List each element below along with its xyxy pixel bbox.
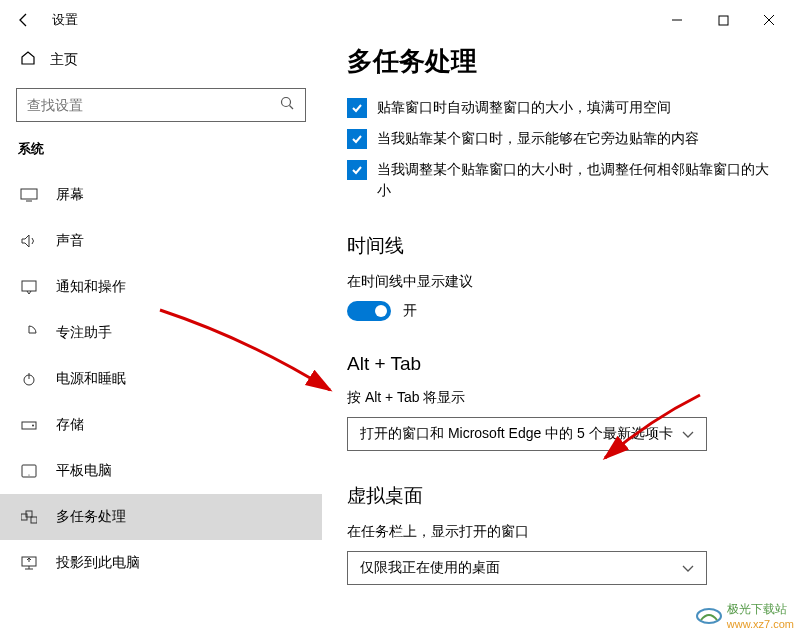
home-icon [20, 50, 36, 70]
sidebar-item-power[interactable]: 电源和睡眠 [0, 356, 322, 402]
select-value: 打开的窗口和 Microsoft Edge 中的 5 个最新选项卡 [360, 425, 673, 443]
sidebar-item-label: 平板电脑 [56, 462, 112, 480]
category-label: 系统 [16, 140, 306, 158]
sidebar-item-label: 声音 [56, 232, 84, 250]
project-icon [20, 556, 38, 570]
multitasking-icon [20, 510, 38, 524]
checkbox-icon [347, 160, 367, 180]
snap-check-1[interactable]: 贴靠窗口时自动调整窗口的大小，填满可用空间 [347, 97, 776, 118]
search-icon [279, 95, 295, 115]
sidebar-item-label: 屏幕 [56, 186, 84, 204]
snap-check-2[interactable]: 当我贴靠某个窗口时，显示能够在它旁边贴靠的内容 [347, 128, 776, 149]
snap-check-3[interactable]: 当我调整某个贴靠窗口的大小时，也调整任何相邻贴靠窗口的大小 [347, 159, 776, 201]
sound-icon [20, 234, 38, 248]
sidebar-item-sound[interactable]: 声音 [0, 218, 322, 264]
sidebar-item-label: 通知和操作 [56, 278, 126, 296]
svg-point-2 [282, 98, 291, 107]
search-field[interactable] [27, 97, 279, 113]
sidebar-item-multitasking[interactable]: 多任务处理 [0, 494, 322, 540]
sidebar-item-label: 投影到此电脑 [56, 554, 140, 572]
timeline-toggle[interactable] [347, 301, 391, 321]
vdesktop-sub: 在任务栏上，显示打开的窗口 [347, 523, 776, 541]
home-link[interactable]: 主页 [16, 40, 306, 80]
watermark-logo [695, 606, 723, 626]
svg-rect-4 [21, 189, 37, 199]
svg-rect-1 [719, 16, 728, 25]
page-title: 多任务处理 [347, 44, 776, 79]
back-button[interactable] [8, 4, 40, 36]
check-label: 当我贴靠某个窗口时，显示能够在它旁边贴靠的内容 [377, 128, 699, 149]
svg-point-12 [28, 474, 29, 475]
sidebar-item-label: 专注助手 [56, 324, 112, 342]
sidebar-item-project[interactable]: 投影到此电脑 [0, 540, 322, 586]
check-label: 当我调整某个贴靠窗口的大小时，也调整任何相邻贴靠窗口的大小 [377, 159, 776, 201]
sidebar-item-notifications[interactable]: 通知和操作 [0, 264, 322, 310]
watermark-text-2: www.xz7.com [727, 618, 794, 630]
sidebar-item-label: 电源和睡眠 [56, 370, 126, 388]
vdesktop-heading: 虚拟桌面 [347, 483, 776, 509]
sidebar-item-tablet[interactable]: 平板电脑 [0, 448, 322, 494]
toggle-state: 开 [403, 302, 417, 320]
window-title: 设置 [52, 11, 78, 29]
sidebar: 主页 系统 屏幕 声音 通知和操作 [0, 40, 322, 632]
checkbox-icon [347, 129, 367, 149]
storage-icon [20, 419, 38, 431]
watermark: 极光下载站 www.xz7.com [695, 601, 794, 630]
vdesktop-select[interactable]: 仅限我正在使用的桌面 [347, 551, 707, 585]
alttab-heading: Alt + Tab [347, 353, 776, 375]
svg-point-10 [32, 425, 34, 427]
alttab-select[interactable]: 打开的窗口和 Microsoft Edge 中的 5 个最新选项卡 [347, 417, 707, 451]
timeline-heading: 时间线 [347, 233, 776, 259]
svg-rect-15 [31, 517, 37, 523]
notification-icon [20, 280, 38, 294]
maximize-button[interactable] [700, 4, 746, 36]
check-label: 贴靠窗口时自动调整窗口的大小，填满可用空间 [377, 97, 671, 118]
display-icon [20, 188, 38, 202]
checkbox-icon [347, 98, 367, 118]
timeline-sub: 在时间线中显示建议 [347, 273, 776, 291]
chevron-down-icon [682, 560, 694, 576]
focus-icon [20, 325, 38, 341]
sidebar-item-label: 存储 [56, 416, 84, 434]
nav-list: 屏幕 声音 通知和操作 专注助手 电源和睡眠 [0, 172, 322, 586]
close-button[interactable] [746, 4, 792, 36]
sidebar-item-focus[interactable]: 专注助手 [0, 310, 322, 356]
alttab-sub: 按 Alt + Tab 将显示 [347, 389, 776, 407]
sidebar-item-label: 多任务处理 [56, 508, 126, 526]
select-value: 仅限我正在使用的桌面 [360, 559, 500, 577]
power-icon [20, 371, 38, 387]
svg-line-3 [290, 106, 294, 110]
watermark-text-1: 极光下载站 [727, 601, 794, 618]
minimize-button[interactable] [654, 4, 700, 36]
home-label: 主页 [50, 51, 78, 69]
main-content: 多任务处理 贴靠窗口时自动调整窗口的大小，填满可用空间 当我贴靠某个窗口时，显示… [322, 40, 800, 632]
svg-rect-6 [22, 281, 36, 291]
sidebar-item-display[interactable]: 屏幕 [0, 172, 322, 218]
chevron-down-icon [682, 426, 694, 442]
search-input[interactable] [16, 88, 306, 122]
sidebar-item-storage[interactable]: 存储 [0, 402, 322, 448]
tablet-icon [20, 464, 38, 478]
